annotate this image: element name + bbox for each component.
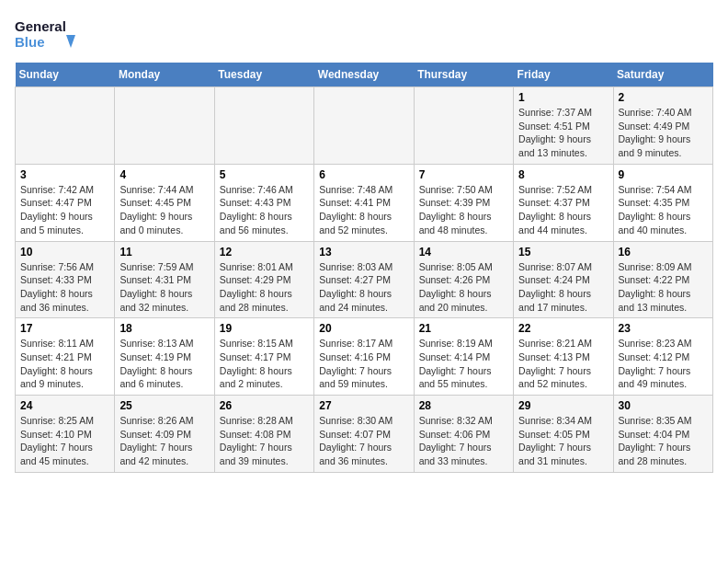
day-detail: Sunrise: 8:09 AM Sunset: 4:22 PM Dayligh…: [619, 260, 708, 315]
day-number: 10: [20, 246, 109, 259]
day-number: 12: [220, 246, 309, 259]
calendar-cell: 22Sunrise: 8:21 AM Sunset: 4:13 PM Dayli…: [514, 318, 613, 396]
day-number: 21: [419, 322, 508, 335]
day-detail: Sunrise: 7:54 AM Sunset: 4:35 PM Dayligh…: [619, 183, 708, 237]
day-header-monday: Monday: [115, 63, 214, 87]
day-detail: Sunrise: 7:50 AM Sunset: 4:39 PM Dayligh…: [419, 183, 508, 237]
day-number: 23: [619, 322, 708, 335]
day-number: 9: [619, 168, 708, 181]
calendar-cell: 23Sunrise: 8:23 AM Sunset: 4:12 PM Dayli…: [613, 318, 712, 396]
day-number: 20: [319, 322, 408, 335]
day-detail: Sunrise: 7:59 AM Sunset: 4:31 PM Dayligh…: [119, 260, 209, 315]
day-number: 3: [20, 168, 109, 181]
day-detail: Sunrise: 7:37 AM Sunset: 4:51 PM Dayligh…: [518, 106, 608, 160]
header: GeneralBlue: [15, 15, 713, 52]
calendar-cell: 3Sunrise: 7:42 AM Sunset: 4:47 PM Daylig…: [16, 164, 115, 241]
calendar-cell: [115, 87, 214, 165]
calendar-cell: 24Sunrise: 8:25 AM Sunset: 4:10 PM Dayli…: [16, 396, 115, 473]
day-detail: Sunrise: 7:40 AM Sunset: 4:49 PM Dayligh…: [619, 106, 708, 160]
calendar-cell: 15Sunrise: 8:07 AM Sunset: 4:24 PM Dayli…: [514, 241, 613, 318]
day-header-saturday: Saturday: [613, 63, 712, 87]
day-detail: Sunrise: 8:05 AM Sunset: 4:26 PM Dayligh…: [419, 260, 508, 315]
day-number: 16: [619, 246, 708, 259]
calendar-cell: 27Sunrise: 8:30 AM Sunset: 4:07 PM Dayli…: [314, 396, 414, 473]
calendar-header-row: SundayMondayTuesdayWednesdayThursdayFrid…: [16, 63, 713, 87]
day-detail: Sunrise: 8:21 AM Sunset: 4:13 PM Dayligh…: [518, 337, 608, 391]
day-number: 15: [518, 246, 608, 259]
day-number: 18: [119, 322, 209, 335]
day-detail: Sunrise: 8:19 AM Sunset: 4:14 PM Dayligh…: [419, 337, 508, 391]
calendar-cell: 12Sunrise: 8:01 AM Sunset: 4:29 PM Dayli…: [214, 241, 313, 318]
calendar-cell: 11Sunrise: 7:59 AM Sunset: 4:31 PM Dayli…: [115, 241, 214, 318]
calendar-cell: 29Sunrise: 8:34 AM Sunset: 4:05 PM Dayli…: [514, 396, 613, 473]
calendar-cell: 28Sunrise: 8:32 AM Sunset: 4:06 PM Dayli…: [414, 396, 513, 473]
day-number: 1: [518, 91, 608, 104]
calendar-cell: 20Sunrise: 8:17 AM Sunset: 4:16 PM Dayli…: [314, 318, 414, 396]
day-detail: Sunrise: 7:56 AM Sunset: 4:33 PM Dayligh…: [20, 260, 109, 315]
calendar-week-5: 24Sunrise: 8:25 AM Sunset: 4:10 PM Dayli…: [16, 396, 713, 473]
calendar-week-4: 17Sunrise: 8:11 AM Sunset: 4:21 PM Dayli…: [16, 318, 713, 396]
day-detail: Sunrise: 8:32 AM Sunset: 4:06 PM Dayligh…: [419, 414, 508, 468]
logo-icon: GeneralBlue: [15, 15, 84, 52]
calendar-cell: 4Sunrise: 7:44 AM Sunset: 4:45 PM Daylig…: [115, 164, 214, 241]
calendar-cell: 14Sunrise: 8:05 AM Sunset: 4:26 PM Dayli…: [414, 241, 513, 318]
day-number: 22: [518, 322, 608, 335]
day-detail: Sunrise: 8:34 AM Sunset: 4:05 PM Dayligh…: [518, 414, 608, 468]
day-number: 13: [319, 246, 408, 259]
day-header-friday: Friday: [514, 63, 613, 87]
day-number: 30: [619, 399, 708, 412]
svg-text:General: General: [15, 18, 66, 34]
day-number: 11: [119, 246, 209, 259]
day-detail: Sunrise: 7:42 AM Sunset: 4:47 PM Dayligh…: [20, 183, 109, 237]
day-detail: Sunrise: 8:15 AM Sunset: 4:17 PM Dayligh…: [220, 337, 309, 391]
calendar-cell: 2Sunrise: 7:40 AM Sunset: 4:49 PM Daylig…: [613, 87, 712, 165]
calendar-cell: 6Sunrise: 7:48 AM Sunset: 4:41 PM Daylig…: [314, 164, 414, 241]
calendar-cell: 17Sunrise: 8:11 AM Sunset: 4:21 PM Dayli…: [16, 318, 115, 396]
calendar-cell: [214, 87, 313, 165]
day-header-tuesday: Tuesday: [214, 63, 313, 87]
day-number: 26: [220, 399, 309, 412]
calendar-cell: 26Sunrise: 8:28 AM Sunset: 4:08 PM Dayli…: [214, 396, 313, 473]
day-number: 29: [518, 399, 608, 412]
day-detail: Sunrise: 7:52 AM Sunset: 4:37 PM Dayligh…: [518, 183, 608, 237]
day-number: 27: [319, 399, 408, 412]
day-detail: Sunrise: 8:25 AM Sunset: 4:10 PM Dayligh…: [20, 414, 109, 468]
calendar-cell: 18Sunrise: 8:13 AM Sunset: 4:19 PM Dayli…: [115, 318, 214, 396]
day-detail: Sunrise: 8:35 AM Sunset: 4:04 PM Dayligh…: [619, 414, 708, 468]
day-detail: Sunrise: 7:44 AM Sunset: 4:45 PM Dayligh…: [119, 183, 209, 237]
day-number: 28: [419, 399, 508, 412]
day-number: 19: [220, 322, 309, 335]
calendar-cell: 7Sunrise: 7:50 AM Sunset: 4:39 PM Daylig…: [414, 164, 513, 241]
calendar-cell: 19Sunrise: 8:15 AM Sunset: 4:17 PM Dayli…: [214, 318, 313, 396]
calendar-cell: 25Sunrise: 8:26 AM Sunset: 4:09 PM Dayli…: [115, 396, 214, 473]
day-number: 6: [319, 168, 408, 181]
day-detail: Sunrise: 8:28 AM Sunset: 4:08 PM Dayligh…: [220, 414, 309, 468]
calendar-week-3: 10Sunrise: 7:56 AM Sunset: 4:33 PM Dayli…: [16, 241, 713, 318]
day-detail: Sunrise: 8:23 AM Sunset: 4:12 PM Dayligh…: [619, 337, 708, 391]
day-number: 7: [419, 168, 508, 181]
calendar-cell: 8Sunrise: 7:52 AM Sunset: 4:37 PM Daylig…: [514, 164, 613, 241]
day-detail: Sunrise: 8:13 AM Sunset: 4:19 PM Dayligh…: [119, 337, 209, 391]
calendar-cell: [314, 87, 414, 165]
day-detail: Sunrise: 8:26 AM Sunset: 4:09 PM Dayligh…: [119, 414, 209, 468]
calendar-cell: 21Sunrise: 8:19 AM Sunset: 4:14 PM Dayli…: [414, 318, 513, 396]
day-detail: Sunrise: 8:03 AM Sunset: 4:27 PM Dayligh…: [319, 260, 408, 315]
day-number: 8: [518, 168, 608, 181]
day-detail: Sunrise: 8:30 AM Sunset: 4:07 PM Dayligh…: [319, 414, 408, 468]
day-detail: Sunrise: 8:07 AM Sunset: 4:24 PM Dayligh…: [518, 260, 608, 315]
svg-text:Blue: Blue: [15, 34, 45, 50]
day-number: 24: [20, 399, 109, 412]
calendar-cell: 13Sunrise: 8:03 AM Sunset: 4:27 PM Dayli…: [314, 241, 414, 318]
day-number: 4: [119, 168, 209, 181]
day-detail: Sunrise: 8:01 AM Sunset: 4:29 PM Dayligh…: [220, 260, 309, 315]
day-detail: Sunrise: 8:17 AM Sunset: 4:16 PM Dayligh…: [319, 337, 408, 391]
day-number: 2: [619, 91, 708, 104]
calendar-table: SundayMondayTuesdayWednesdayThursdayFrid…: [15, 63, 713, 473]
day-detail: Sunrise: 8:11 AM Sunset: 4:21 PM Dayligh…: [20, 337, 109, 391]
calendar-cell: 1Sunrise: 7:37 AM Sunset: 4:51 PM Daylig…: [514, 87, 613, 165]
day-number: 25: [119, 399, 209, 412]
day-header-sunday: Sunday: [16, 63, 115, 87]
day-number: 14: [419, 246, 508, 259]
calendar-week-1: 1Sunrise: 7:37 AM Sunset: 4:51 PM Daylig…: [16, 87, 713, 165]
svg-marker-2: [66, 35, 75, 48]
